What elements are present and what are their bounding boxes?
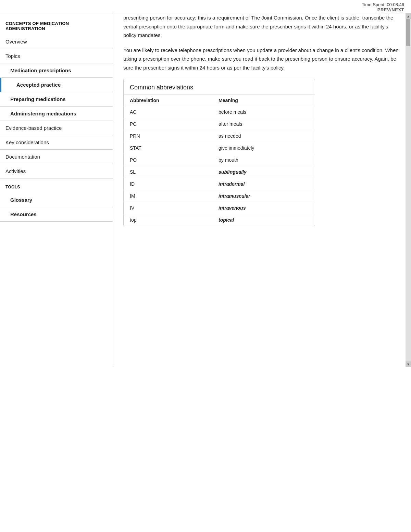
sidebar-item-documentation[interactable]: Documentation (0, 150, 113, 164)
table-row: IVintravenous (124, 202, 315, 214)
sidebar-item-evidence-based-practice[interactable]: Evidence-based practice (0, 121, 113, 135)
time-spent: Time Spent: 00:08:46 (362, 2, 404, 7)
paragraph-1: prescribing person for accuracy; this is… (123, 13, 399, 40)
table-title: Common abbreviations (124, 79, 315, 95)
abbr-cell: SL (124, 166, 212, 178)
table-row: PCafter meals (124, 118, 315, 130)
scroll-down-button[interactable]: ▼ (406, 361, 411, 367)
scroll-up-button[interactable]: ▲ (406, 13, 411, 19)
meaning-cell: after meals (212, 118, 315, 130)
sidebar-item-preparing-medications[interactable]: Preparing medications (0, 92, 113, 107)
sidebar-item-administering-medications[interactable]: Administering medications (0, 107, 113, 121)
abbr-cell: IV (124, 202, 212, 214)
abbr-cell: PRN (124, 130, 212, 142)
table-row: PRNas needed (124, 130, 315, 142)
main-layout: CONCEPTS OF MEDICATION ADMINISTRATION Ov… (0, 13, 411, 367)
abbr-cell: IM (124, 190, 212, 202)
time-spent-value: 00:08:46 (387, 2, 404, 7)
sidebar-tool-resources[interactable]: Resources (0, 207, 113, 222)
abbr-cell: PO (124, 154, 212, 166)
meaning-cell: give immediately (212, 142, 315, 154)
table-row: SLsublingually (124, 166, 315, 178)
table-row: ACbefore meals (124, 106, 315, 118)
paragraph-2: You are likely to receive telephone pres… (123, 46, 399, 72)
meaning-cell: by mouth (212, 154, 315, 166)
meaning-cell: before meals (212, 106, 315, 118)
abbreviations-table-box: Common abbreviations Abbreviation Meanin… (123, 79, 315, 226)
abbreviations-table: Abbreviation Meaning ACbefore mealsPCaft… (124, 95, 315, 226)
sidebar-item-overview[interactable]: Overview (0, 35, 113, 49)
time-spent-label: Time Spent: (362, 2, 386, 7)
abbr-cell: ID (124, 178, 212, 190)
meaning-cell: sublingually (212, 166, 315, 178)
col1-header: Abbreviation (124, 95, 212, 106)
table-row: STATgive immediately (124, 142, 315, 154)
header: Time Spent: 00:08:46 PREV/NEXT (0, 0, 411, 13)
sidebar-item-key-considerations[interactable]: Key considerations (0, 135, 113, 150)
meaning-cell: intramuscular (212, 190, 315, 202)
meaning-cell: intradermal (212, 178, 315, 190)
abbr-cell: top (124, 214, 212, 226)
sidebar-item-topics[interactable]: Topics (0, 49, 113, 63)
scrollbar[interactable]: ▲ ▼ (406, 13, 411, 367)
scrollbar-track[interactable] (406, 19, 411, 361)
header-right: Time Spent: 00:08:46 PREV/NEXT (362, 2, 404, 12)
sidebar-tool-glossary[interactable]: Glossary (0, 193, 113, 207)
abbr-cell: PC (124, 118, 212, 130)
abbr-cell: STAT (124, 142, 212, 154)
table-row: toptopical (124, 214, 315, 226)
table-row: IDintradermal (124, 178, 315, 190)
table-row: IMintramuscular (124, 190, 315, 202)
sidebar-item-medication-prescriptions[interactable]: Medication prescriptions (0, 63, 113, 78)
table-row: POby mouth (124, 154, 315, 166)
prev-next-button[interactable]: PREV/NEXT (377, 7, 404, 12)
sidebar-item-activities[interactable]: Activities (0, 164, 113, 178)
content-area: prescribing person for accuracy; this is… (113, 13, 406, 367)
meaning-cell: as needed (212, 130, 315, 142)
sidebar-item-accepted-practice[interactable]: Accepted practice (0, 78, 113, 92)
sidebar: CONCEPTS OF MEDICATION ADMINISTRATION Ov… (0, 13, 113, 367)
tools-section-title: TOOLS (0, 178, 113, 193)
sidebar-section-title: CONCEPTS OF MEDICATION ADMINISTRATION (0, 17, 113, 35)
meaning-cell: topical (212, 214, 315, 226)
meaning-cell: intravenous (212, 202, 315, 214)
abbr-cell: AC (124, 106, 212, 118)
scrollbar-thumb[interactable] (406, 19, 410, 46)
col2-header: Meaning (212, 95, 315, 106)
